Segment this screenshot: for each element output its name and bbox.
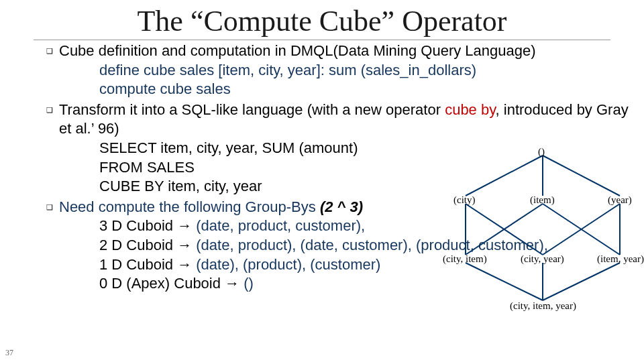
square-bullet-icon: ❑	[40, 198, 59, 217]
bullet-2-text: Transform it into a SQL-like language (w…	[59, 101, 637, 139]
lattice-node-ci: (city, item)	[443, 253, 487, 265]
svg-line-0	[466, 156, 543, 196]
lattice-node-cy: (city, year)	[521, 253, 564, 265]
b3-row3-lead: 1 D Cuboid →	[99, 256, 196, 273]
bullet-1: ❑ Cube definition and computation in DMQ…	[40, 42, 637, 61]
b3-row1-lead: 3 D Cuboid →	[99, 217, 196, 234]
b3-row2-lead: 2 D Cuboid →	[99, 237, 196, 253]
lattice-lines-icon	[445, 146, 640, 315]
b1-tail: )	[531, 42, 535, 59]
b2-operator: cube by	[445, 101, 495, 118]
b1-sub2: compute cube sales	[99, 80, 637, 99]
svg-line-2	[543, 156, 620, 196]
page-title: The “Compute Cube” Operator	[0, 4, 644, 38]
bullet-3-text: Need compute the following Group-Bys (2 …	[59, 198, 363, 217]
b3-text: Need compute the following Group-Bys	[59, 198, 320, 215]
svg-line-9	[466, 263, 543, 300]
lattice-node-year: (year)	[608, 194, 632, 206]
lattice-node-city: (city)	[453, 194, 475, 206]
lattice-node-iy: (item, year)	[597, 253, 644, 265]
b1-sub1: define cube sales [item, city, year]: su…	[99, 61, 637, 80]
bullet-2: ❑ Transform it into a SQL-like language …	[40, 101, 637, 139]
lattice-node-item: (item)	[530, 194, 555, 206]
b3-calc: (2 ^ 3)	[320, 198, 363, 215]
lattice-node-apex: ()	[538, 146, 545, 158]
cube-lattice-diagram: () (city) (item) (year) (city, item) (ci…	[445, 146, 640, 315]
b3-row1-tail: (date, product, customer),	[196, 217, 365, 234]
b1-lead: Cube definition and computation in DMQL(	[59, 42, 338, 59]
b3-row3-tail: (date), (product), (customer)	[196, 256, 380, 273]
svg-line-11	[543, 263, 620, 300]
b1-ctx: Data Mining Query Language	[338, 42, 531, 59]
slide-number: 37	[5, 348, 13, 358]
b3-row4-lead: 0 D (Apex) Cuboid →	[99, 275, 244, 292]
b3-row4-tail: ()	[244, 275, 254, 292]
b2-a: Transform it into a SQL-like language (w…	[59, 101, 445, 118]
square-bullet-icon: ❑	[40, 42, 59, 60]
bullet-1-text: Cube definition and computation in DMQL(…	[59, 42, 536, 61]
divider	[34, 40, 610, 40]
lattice-node-bottom: (city, item, year)	[510, 300, 576, 312]
square-bullet-icon: ❑	[40, 101, 59, 119]
